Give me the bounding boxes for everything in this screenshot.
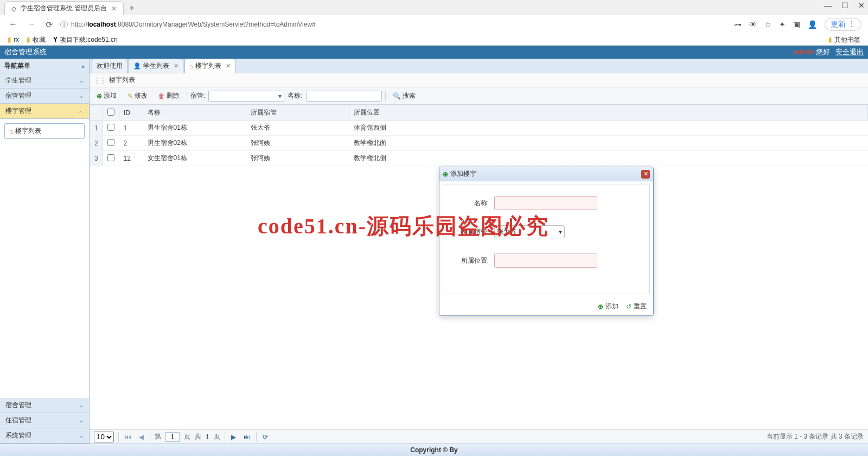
browser-tab[interactable]: ◇ 学生宿舍管理系统 管理员后台 ✕ [4,1,124,15]
bookmark-item[interactable]: ▮rx [8,36,19,43]
back-icon[interactable]: ← [7,18,20,30]
folder-icon: ▮ [8,36,11,43]
y-icon: Y [53,36,58,43]
profile-icon[interactable]: 👤 [808,20,817,29]
new-tab-button[interactable]: + [124,1,139,15]
tab-title: 学生宿舍管理系统 管理员后台 [21,4,107,13]
folder-icon: ▮ [27,36,30,43]
eye-icon[interactable]: 👁 [749,20,757,29]
address-bar: ← → ⟳ i http://localhost:8080/DormitoryM… [0,15,868,34]
reload-icon[interactable]: ⟳ [43,18,55,31]
browser-right-icons: ⊶ 👁 ☆ ✦ ▣ 👤 更新 ⋮ [734,18,861,31]
forward-icon[interactable]: → [25,18,38,30]
maximize-icon[interactable]: ☐ [841,1,848,10]
update-button[interactable]: 更新 ⋮ [825,18,861,31]
browser-tab-strip: ◇ 学生宿舍管理系统 管理员后台 ✕ + [0,0,868,15]
close-tab-icon[interactable]: ✕ [111,5,117,12]
extension-icon[interactable]: ✦ [779,20,786,29]
close-window-icon[interactable]: ✕ [858,1,865,10]
bookmark-bar: ▮rx ▮收藏 Y项目下载:code51.cn ▮其他书签 [0,34,868,46]
minimize-icon[interactable]: — [824,1,832,10]
bookmark-item[interactable]: Y项目下载:code51.cn [53,35,118,45]
url-field[interactable]: i http://localhost:8080/DormitoryManager… [60,21,729,28]
panel-icon[interactable]: ▣ [793,20,800,29]
star-icon[interactable]: ☆ [764,20,771,29]
url-text: http://localhost:8080/DormitoryManagerWe… [71,21,316,28]
other-bookmarks[interactable]: ▮其他书签 [828,35,860,45]
bookmark-item[interactable]: ▮收藏 [27,35,46,45]
info-icon[interactable]: i [60,21,68,28]
folder-icon: ▮ [828,36,832,43]
tab-favicon-icon: ◇ [11,5,16,12]
window-controls: — ☐ ✕ [824,1,865,10]
browser-chrome: — ☐ ✕ ◇ 学生宿舍管理系统 管理员后台 ✕ + ← → ⟳ i http:… [0,0,868,46]
key-icon[interactable]: ⊶ [734,20,742,29]
